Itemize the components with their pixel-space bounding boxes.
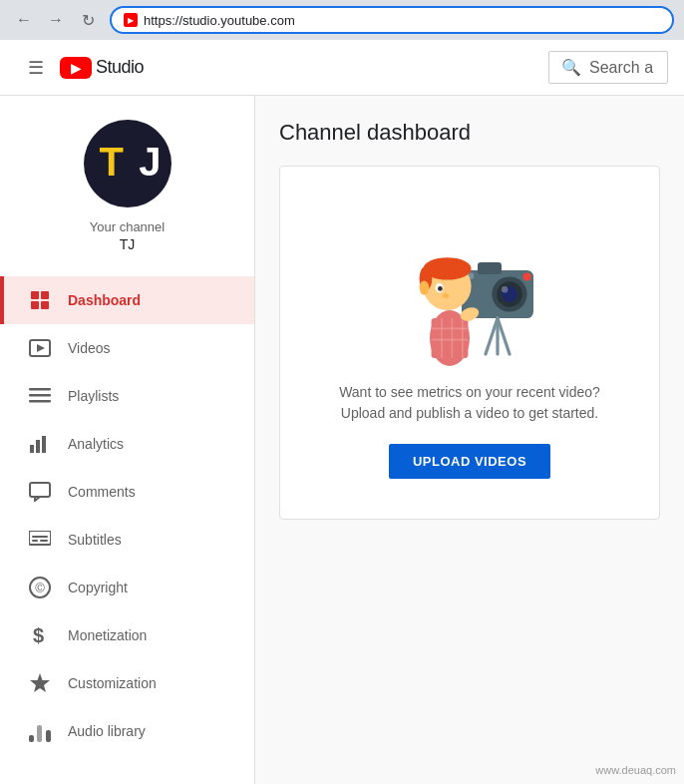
svg-rect-21 [29, 735, 34, 742]
svg-rect-7 [29, 394, 51, 397]
playlists-icon [28, 384, 52, 408]
svg-point-49 [438, 286, 443, 291]
address-bar[interactable]: https://studio.youtube.com [110, 6, 674, 34]
svg-rect-6 [29, 388, 51, 391]
svg-text:©: © [35, 581, 45, 595]
sidebar-item-videos-label: Videos [68, 340, 111, 356]
avatar-letter-j: J [139, 140, 161, 185]
channel-info: T J Your channel TJ [0, 96, 254, 268]
svg-text:$: $ [33, 624, 44, 646]
svg-rect-11 [42, 436, 46, 453]
forward-button[interactable]: → [42, 6, 70, 34]
search-icon: 🔍 [561, 58, 581, 77]
svg-rect-22 [46, 730, 51, 742]
sidebar-item-dashboard-label: Dashboard [68, 292, 141, 308]
empty-state-line1: Want to see metrics on your recent video… [339, 384, 600, 400]
logo-area: Studio [60, 57, 144, 79]
sidebar-item-playlists[interactable]: Playlists [0, 372, 254, 420]
empty-state-illustration [390, 206, 549, 366]
dashboard-icon [28, 288, 52, 312]
monetization-icon: $ [28, 623, 52, 647]
upload-videos-button[interactable]: UPLOAD VIDEOS [389, 444, 550, 479]
browser-chrome: ← → ↻ https://studio.youtube.com [0, 0, 684, 40]
sidebar-item-analytics[interactable]: Analytics [0, 420, 254, 468]
sidebar-item-copyright-label: Copyright [68, 580, 128, 595]
search-placeholder: Search a [589, 59, 653, 77]
sidebar-item-comments-label: Comments [68, 484, 136, 500]
sidebar-item-playlists-label: Playlists [68, 388, 119, 404]
sidebar-item-videos[interactable]: Videos [0, 324, 254, 372]
back-button[interactable]: ← [10, 6, 38, 34]
svg-point-32 [523, 272, 531, 280]
svg-marker-20 [30, 673, 50, 692]
svg-rect-26 [478, 262, 502, 274]
svg-rect-3 [41, 301, 49, 309]
svg-rect-1 [41, 291, 49, 299]
sidebar-item-customization-label: Customization [68, 675, 157, 691]
sidebar-item-subtitles[interactable]: Subtitles [0, 516, 254, 564]
svg-line-33 [486, 318, 498, 354]
sidebar-item-analytics-label: Analytics [68, 436, 124, 452]
svg-point-47 [420, 280, 430, 294]
svg-point-50 [443, 293, 449, 298]
avatar-letter-t: T [100, 140, 124, 185]
sidebar-item-dashboard[interactable]: Dashboard [0, 276, 254, 324]
avatar: T J [84, 120, 171, 207]
app-header: ☰ Studio 🔍 Search a [0, 40, 684, 96]
svg-rect-2 [31, 301, 39, 309]
svg-rect-0 [31, 291, 39, 299]
sidebar: T J Your channel TJ Dashboard [0, 96, 255, 784]
svg-rect-10 [36, 440, 40, 453]
main-content: Channel dashboard [255, 96, 684, 784]
videos-icon [28, 336, 52, 360]
refresh-button[interactable]: ↻ [74, 6, 102, 34]
subtitles-icon [28, 528, 52, 552]
empty-state-line2: Upload and publish a video to get starte… [341, 405, 598, 421]
svg-rect-15 [40, 540, 48, 542]
svg-rect-23 [37, 725, 42, 742]
browser-nav-buttons: ← → ↻ [10, 6, 102, 34]
svg-rect-8 [29, 400, 51, 403]
copyright-icon: © [28, 576, 52, 599]
url-text: https://studio.youtube.com [144, 13, 295, 28]
dashboard-card: Want to see metrics on your recent video… [279, 166, 660, 520]
empty-state-text: Want to see metrics on your recent video… [339, 382, 600, 424]
main-layout: T J Your channel TJ Dashboard [0, 96, 684, 784]
sidebar-item-monetization[interactable]: $ Monetization [0, 611, 254, 659]
search-bar[interactable]: 🔍 Search a [548, 51, 668, 84]
sidebar-item-subtitles-label: Subtitles [68, 532, 122, 548]
sidebar-item-comments[interactable]: Comments [0, 468, 254, 516]
svg-rect-12 [30, 483, 50, 497]
favicon [124, 13, 138, 27]
svg-rect-9 [30, 445, 34, 453]
channel-name: TJ [120, 236, 136, 252]
svg-marker-5 [37, 344, 45, 352]
sidebar-item-audiolibrary[interactable]: Audio library [0, 707, 254, 755]
nav-list: Dashboard Videos [0, 268, 254, 784]
audiolibrary-icon [28, 719, 52, 743]
svg-rect-16 [32, 536, 48, 538]
analytics-icon [28, 432, 52, 456]
comments-icon [28, 480, 52, 504]
sidebar-item-monetization-label: Monetization [68, 627, 147, 643]
sidebar-item-audiolibrary-label: Audio library [68, 723, 146, 739]
menu-button[interactable]: ☰ [16, 48, 56, 88]
svg-point-30 [502, 286, 508, 292]
sidebar-item-copyright[interactable]: © Copyright [0, 564, 254, 611]
page-title: Channel dashboard [279, 120, 660, 146]
watermark: www.deuaq.com [595, 764, 676, 776]
sidebar-item-customization[interactable]: Customization [0, 659, 254, 707]
svg-line-35 [498, 318, 510, 354]
youtube-logo [60, 57, 92, 79]
studio-label: Studio [96, 57, 144, 78]
customization-icon [28, 671, 52, 695]
channel-label: Your channel [90, 219, 165, 234]
svg-rect-14 [32, 540, 38, 542]
